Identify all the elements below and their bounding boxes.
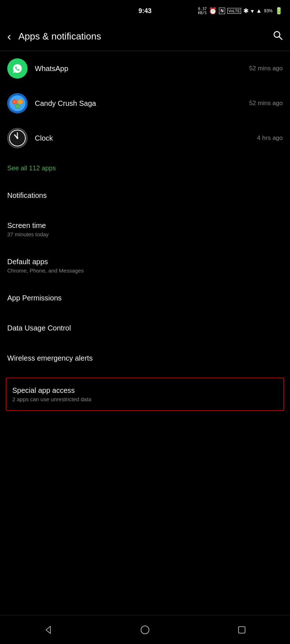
battery-text: 93% (264, 8, 273, 13)
svg-point-9 (19, 101, 21, 103)
menu-title-emergency-alerts: Wireless emergency alerts (7, 354, 283, 362)
svg-point-8 (13, 101, 16, 103)
see-all-label: See all 112 apps (7, 165, 56, 172)
app-list: WhatsApp 52 mins ago Candy Crush Saga 52… (0, 51, 290, 155)
menu-item-data-usage[interactable]: Data Usage Control (0, 314, 290, 344)
nav-back-button[interactable] (37, 619, 59, 641)
alarm-icon: ⏰ (209, 7, 217, 15)
svg-rect-17 (239, 627, 245, 633)
menu-subtitle-default-apps: Chrome, Phone, and Messages (7, 267, 283, 274)
menu-item-app-permissions[interactable]: App Permissions (0, 284, 290, 314)
svg-line-1 (279, 37, 282, 40)
app-time-clock: 4 hrs ago (257, 134, 283, 142)
see-all-apps[interactable]: See all 112 apps (0, 155, 290, 181)
app-item-candy-crush[interactable]: Candy Crush Saga 52 mins ago (0, 86, 290, 121)
svg-point-4 (9, 95, 25, 111)
menu-item-default-apps[interactable]: Default apps Chrome, Phone, and Messages (0, 248, 290, 284)
volte-icon: VoLTE (227, 8, 241, 14)
status-bar: 9:43 0.37 KB/S ⏰ N VoLTE ✱ ▾ ▲ 93% 🔋 (0, 0, 290, 22)
menu-title-screen-time: Screen time (7, 221, 283, 230)
app-name-clock: Clock (35, 134, 53, 142)
signal-icon: ▲ (256, 8, 262, 14)
svg-point-16 (141, 626, 149, 634)
search-button[interactable] (273, 30, 283, 43)
menu-title-default-apps: Default apps (7, 258, 283, 266)
candy-crush-icon (7, 93, 28, 113)
whatsapp-icon (7, 58, 28, 79)
battery-icon: 🔋 (275, 7, 283, 15)
svg-marker-15 (46, 626, 50, 633)
app-name-candy-crush: Candy Crush Saga (35, 99, 96, 108)
menu-title-app-permissions: App Permissions (7, 294, 283, 302)
page-title: Apps & notifications (18, 31, 273, 42)
header: ‹ Apps & notifications (0, 22, 290, 51)
wifi-icon: ▾ (251, 8, 254, 14)
menu-subtitle-special-access: 2 apps can use unrestricted data (12, 396, 278, 402)
clock-app-icon (7, 128, 28, 148)
svg-point-14 (17, 137, 18, 139)
menu-item-special-access[interactable]: Special app access 2 apps can use unrest… (6, 378, 284, 411)
nav-recents-button[interactable] (231, 619, 253, 641)
app-name-whatsapp: WhatsApp (35, 65, 68, 73)
bluetooth-icon: ✱ (243, 7, 249, 15)
app-time-whatsapp: 52 mins ago (249, 65, 283, 72)
menu-title-notifications: Notifications (7, 191, 283, 200)
app-item-clock[interactable]: Clock 4 hrs ago (0, 121, 290, 155)
status-time: 9:43 (138, 7, 152, 15)
menu-item-notifications[interactable]: Notifications (0, 181, 290, 211)
status-icons: 0.37 KB/S ⏰ N VoLTE ✱ ▾ ▲ 93% 🔋 (198, 7, 283, 15)
nfc-icon: N (219, 8, 225, 14)
speed-indicator: 0.37 KB/S (198, 7, 207, 15)
menu-title-special-access: Special app access (12, 386, 278, 395)
app-item-whatsapp[interactable]: WhatsApp 52 mins ago (0, 51, 290, 86)
menu-item-emergency-alerts[interactable]: Wireless emergency alerts (0, 344, 290, 374)
menu-title-data-usage: Data Usage Control (7, 324, 283, 332)
back-button[interactable]: ‹ (7, 30, 11, 43)
menu-section: Notifications Screen time 37 minutes tod… (0, 181, 290, 411)
app-time-candy-crush: 52 mins ago (249, 100, 283, 107)
navigation-bar (0, 615, 290, 644)
speed-text: 0.37 KB/S (198, 7, 207, 15)
menu-subtitle-screen-time: 37 minutes today (7, 231, 283, 237)
svg-point-10 (16, 105, 18, 107)
nav-home-button[interactable] (134, 619, 156, 641)
menu-item-screen-time[interactable]: Screen time 37 minutes today (0, 211, 290, 248)
